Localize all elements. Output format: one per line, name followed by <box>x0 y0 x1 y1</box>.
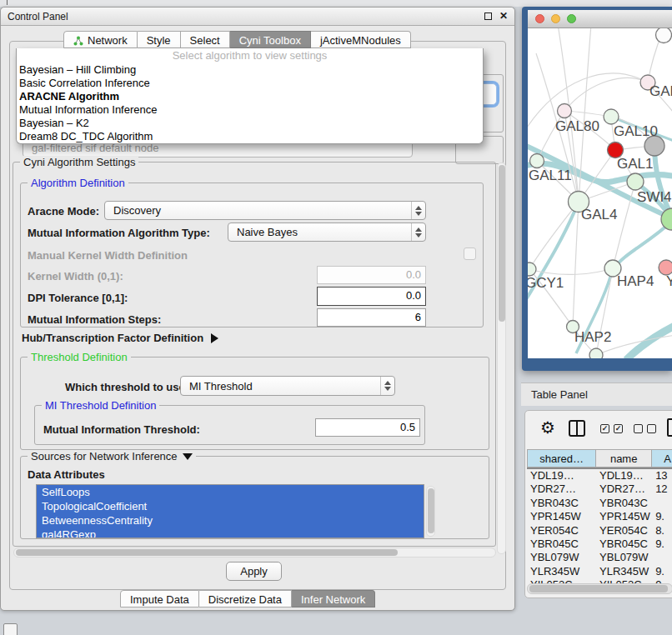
table-row[interactable]: YDL19…YDL19…13 <box>527 469 672 482</box>
threshold-definition-group: Threshold Definition Which threshold to … <box>20 357 489 450</box>
tab-infer-network[interactable]: Infer Network <box>292 590 375 608</box>
list-vertical-scrollbar[interactable] <box>426 486 435 537</box>
aracne-mode-label: Aracne Mode: <box>28 205 99 218</box>
svg-text:GAL10: GAL10 <box>614 123 658 139</box>
desktop-top-strip <box>0 0 672 7</box>
dpi-tolerance-input[interactable]: 0.0 <box>317 287 426 306</box>
combo-stepper-icon <box>380 377 394 395</box>
document-icon[interactable] <box>667 418 672 437</box>
float-window-icon[interactable] <box>484 12 492 20</box>
kernel-width-input[interactable]: 0.0 <box>317 266 426 284</box>
network-graph[interactable]: GALGAL80GAL10GAL1GAL11SWI4GAL4GCY1HAP4YH… <box>528 28 672 358</box>
dpi-tolerance-label: DPI Tolerance [0,1]: <box>28 292 128 304</box>
mi-steps-input[interactable]: 6 <box>317 308 426 327</box>
table-row[interactable]: YLR345WYLR345W9. <box>527 565 672 578</box>
algorithm-option[interactable]: Bayesian – Hill Climbing <box>17 63 483 77</box>
dropdown-hint: Select algorithm to view settings <box>17 48 483 63</box>
cell: YBL079W <box>527 551 596 564</box>
network-canvas[interactable]: GALGAL80GAL10GAL1GAL11SWI4GAL4GCY1HAP4YH… <box>528 28 672 358</box>
tab-style[interactable]: Style <box>138 31 181 48</box>
algorithm-option[interactable]: Mutual Information Inference <box>17 103 483 117</box>
mi-threshold-input[interactable]: 0.5 <box>315 418 420 437</box>
network-window-titlebar[interactable] <box>528 10 672 28</box>
tab-cyni-toolbox[interactable]: Cyni Toolbox <box>230 31 311 48</box>
window-title: Control Panel <box>8 11 68 22</box>
minimized-panel-icon[interactable] <box>3 623 18 635</box>
tab-impute-data[interactable]: Impute Data <box>120 590 199 608</box>
table-toolbar: ⚙ ✓ ✓ <box>525 411 672 448</box>
which-threshold-select[interactable]: MI Threshold <box>180 376 395 396</box>
sources-toggle[interactable]: Sources for Network Inference <box>28 450 196 462</box>
svg-text:HAP4: HAP4 <box>617 273 654 289</box>
mi-steps-label: Mutual Information Steps: <box>28 313 161 326</box>
table-row[interactable]: YBR045CYBR045C9. <box>527 538 672 551</box>
algorithm-option-selected[interactable]: ARACNE Algorithm <box>17 90 483 103</box>
checkbox-checked-icon[interactable]: ✓ <box>614 424 623 433</box>
table-row[interactable]: YPR145WYPR145W9. <box>527 510 672 523</box>
algorithm-option[interactable]: Dream8 DC_TDC Algorithm <box>17 130 483 143</box>
columns-icon[interactable] <box>569 420 585 437</box>
hub-definition-toggle[interactable]: Hub/Transcription Factor Definition <box>22 332 218 344</box>
table-row[interactable]: YBL079WYBL079W <box>527 551 672 564</box>
zoom-traffic-light-icon[interactable] <box>567 14 576 23</box>
aracne-mode-select[interactable]: Discovery <box>104 201 426 220</box>
tab-jactivemnodules[interactable]: jActiveMNodules <box>311 31 411 48</box>
algorithm-option[interactable]: Basic Correlation Inference <box>17 77 483 90</box>
minimize-traffic-light-icon[interactable] <box>551 14 560 23</box>
cell: YDR27… <box>596 482 652 496</box>
cell: YDL19… <box>596 469 652 482</box>
mi-type-select[interactable]: Naive Bayes <box>228 222 426 242</box>
table-row[interactable]: YBR043CYBR043C <box>527 497 672 510</box>
svg-text:GAL80: GAL80 <box>555 118 599 134</box>
tab-label: Impute Data <box>130 593 189 606</box>
table-row[interactable]: YER054CYER054C8. <box>527 524 672 538</box>
cell <box>652 497 672 510</box>
attribute-item[interactable]: SelfLoops <box>37 485 424 499</box>
cell: YPR145W <box>527 510 596 523</box>
attribute-item[interactable]: TopologicalCoefficient <box>37 499 424 513</box>
manual-kernel-checkbox[interactable] <box>464 248 476 260</box>
gear-icon[interactable]: ⚙ <box>540 418 555 438</box>
cell: 8. <box>652 524 672 538</box>
table-row[interactable]: YDR27…YDR27…12 <box>527 482 672 496</box>
network-icon <box>73 36 83 46</box>
cell: YER054C <box>596 524 652 538</box>
cell: 12 <box>652 482 672 496</box>
bottom-tabs: Impute Data Discretize Data Infer Networ… <box>120 590 375 608</box>
table-header-row: shared… name A <box>527 449 672 469</box>
close-traffic-light-icon[interactable] <box>535 14 544 23</box>
tab-label: Cyni Toolbox <box>239 34 301 47</box>
column-header-shared-name[interactable]: shared… <box>527 449 596 468</box>
column-header-partial[interactable]: A <box>652 449 672 468</box>
apply-button[interactable]: Apply <box>226 562 282 581</box>
checkbox-checked-icon[interactable]: ✓ <box>600 424 609 433</box>
mi-type-label: Mutual Information Algorithm Type: <box>28 227 210 239</box>
control-panel-titlebar: Control Panel ✕ <box>1 8 514 26</box>
cell: YBL079W <box>596 551 652 564</box>
expand-arrow-icon <box>211 333 218 343</box>
svg-text:HAP2: HAP2 <box>574 329 611 345</box>
settings-vertical-scrollbar[interactable] <box>497 162 506 554</box>
cell: YBR043C <box>527 497 596 510</box>
table-panel: ⚙ ✓ ✓ shared… name A YDL19…YDL19…13 YDR2… <box>524 410 672 598</box>
tab-network[interactable]: Network <box>63 31 138 48</box>
close-icon[interactable]: ✕ <box>499 10 508 22</box>
mi-threshold-definition-group: MI Threshold Definition Mutual Informati… <box>34 405 425 445</box>
kernel-width-label: Kernel Width (0,1): <box>28 270 123 282</box>
algorithm-option[interactable]: Bayesian – K2 <box>17 117 483 130</box>
tab-select[interactable]: Select <box>181 31 230 48</box>
sources-group: Sources for Network Inference Data Attri… <box>20 456 489 539</box>
control-panel-window: Control Panel ✕ Network Style Select Cyn… <box>0 7 515 611</box>
column-header-name[interactable]: name <box>596 449 652 468</box>
settings-horizontal-scrollbar[interactable] <box>13 548 496 558</box>
table-horizontal-scrollbar[interactable] <box>527 583 672 594</box>
cell: YBR043C <box>596 497 652 510</box>
hub-definition-label: Hub/Transcription Factor Definition <box>22 332 203 344</box>
attribute-item[interactable]: gal4RGexp <box>37 528 424 538</box>
attribute-item[interactable]: BetweennessCentrality <box>37 513 424 528</box>
tab-discretize-data[interactable]: Discretize Data <box>199 590 292 608</box>
sources-title: Sources for Network Inference <box>31 450 178 462</box>
checkbox-unchecked-icon[interactable] <box>647 424 656 433</box>
checkbox-unchecked-icon[interactable] <box>634 424 643 433</box>
collapse-arrow-icon <box>183 453 193 460</box>
